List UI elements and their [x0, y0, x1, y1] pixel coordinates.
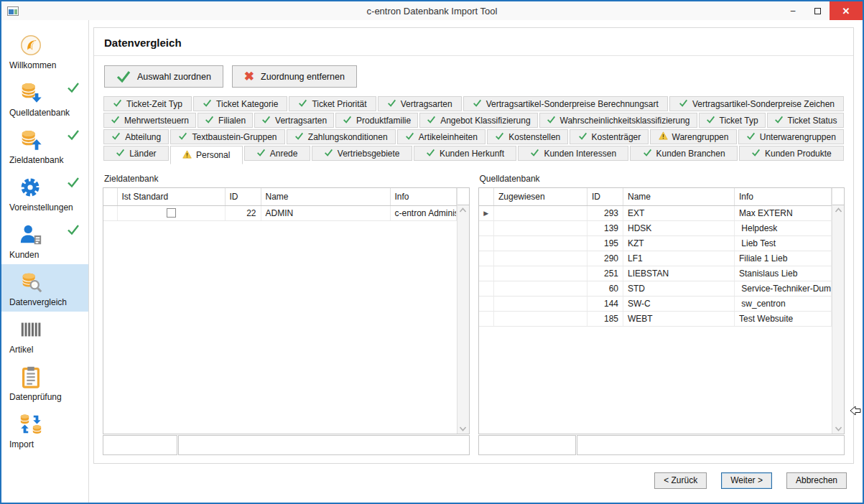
info-cell[interactable]: Test Websuite	[735, 311, 832, 326]
tab-vertragsarten[interactable]: Vertragsarten	[254, 113, 334, 128]
scroll-up-arrow-icon[interactable]	[835, 207, 842, 213]
info-cell[interactable]: Helpdesk	[735, 220, 832, 235]
ist-standard-cell[interactable]	[117, 205, 225, 220]
sidebar-item-quelldatenbank[interactable]: Quelldatenbank	[1, 75, 88, 122]
id-cell[interactable]: 144	[587, 296, 623, 311]
cancel-button[interactable]: Abbrechen	[786, 472, 847, 489]
tab-filialen[interactable]: Filialen	[198, 113, 253, 128]
sidebar-item-datenpruefung[interactable]: Datenprüfung	[1, 359, 88, 406]
zugewiesen-cell[interactable]	[494, 205, 587, 220]
zugewiesen-cell[interactable]	[494, 251, 587, 266]
sidebar-item-artikel[interactable]: Artikel	[1, 312, 88, 359]
zugewiesen-cell[interactable]	[494, 266, 587, 281]
scroll-down-arrow-icon[interactable]	[459, 426, 467, 431]
id-cell[interactable]: 139	[587, 220, 623, 235]
vertical-scrollbar[interactable]	[832, 188, 844, 434]
tab-vertriebsgebiete[interactable]: Vertriebsgebiete	[312, 146, 412, 161]
maximize-button[interactable]	[805, 1, 830, 20]
info-cell[interactable]: Stanislaus Lieb	[735, 266, 832, 281]
vertical-scrollbar[interactable]	[457, 188, 469, 434]
column-header-info[interactable]: Info	[735, 188, 832, 205]
id-cell[interactable]: 251	[587, 266, 623, 281]
tab-kunden-produkte[interactable]: Kunden Produkte	[739, 146, 844, 161]
row-indicator-cell[interactable]	[479, 220, 494, 235]
name-cell[interactable]: SW-C	[623, 296, 735, 311]
row-indicator-cell[interactable]	[103, 205, 117, 220]
id-cell[interactable]: 60	[587, 281, 623, 296]
row-indicator-cell[interactable]	[479, 281, 494, 296]
tab-artikeleinheiten[interactable]: Artikeleinheiten	[397, 129, 486, 144]
row-indicator-cell[interactable]	[479, 296, 494, 311]
zugewiesen-cell[interactable]	[494, 235, 587, 251]
zugewiesen-cell[interactable]	[494, 311, 587, 326]
name-cell[interactable]: STD	[623, 281, 735, 296]
minimize-button[interactable]: –	[781, 1, 805, 20]
column-header-name[interactable]: Name	[623, 188, 735, 205]
tab-vertragsartikel-sonderpreise-berechnungsart[interactable]: Vertragsartikel-Sonderpreise Berechnungs…	[463, 96, 668, 111]
info-cell[interactable]: c-entron Administrator	[390, 205, 456, 220]
table-row[interactable]: 251LIEBSTANStanislaus Lieb	[479, 266, 832, 281]
name-cell[interactable]: EXT	[623, 205, 735, 220]
next-button[interactable]: Weiter >	[721, 472, 772, 489]
name-cell[interactable]: HDSK	[623, 220, 735, 235]
info-cell[interactable]: Max EXTERN	[735, 205, 832, 220]
tab-wahrscheinlichkeitsklassifizierung[interactable]: Wahrscheinlichkeitsklassifizierung	[539, 113, 697, 128]
tab-ticket-status[interactable]: Ticket Status	[767, 113, 845, 128]
table-row[interactable]: 185WEBTTest Websuite	[479, 311, 832, 326]
name-cell[interactable]: KZT	[623, 235, 735, 251]
info-cell[interactable]: Filiale 1 Lieb	[735, 251, 832, 266]
tab-kunden-interessen[interactable]: Kunden Interessen	[518, 146, 628, 161]
info-cell[interactable]: sw_centron	[735, 296, 832, 311]
table-row[interactable]: 22ADMINc-entron Administrator	[103, 205, 456, 220]
tab-ticket-priorit-t[interactable]: Ticket Priorität	[289, 96, 376, 111]
sidebar-item-kunden[interactable]: Kunden	[1, 217, 88, 264]
table-row[interactable]: 290LF1Filiale 1 Lieb	[479, 251, 832, 266]
scroll-down-arrow-icon[interactable]	[835, 426, 842, 431]
sidebar-item-willkommen[interactable]: Willkommen	[1, 27, 88, 75]
tab-kostentr-ger[interactable]: Kostenträger	[570, 129, 649, 144]
id-cell[interactable]: 195	[587, 235, 623, 251]
table-row[interactable]: 195KZT Lieb Test	[479, 235, 832, 251]
column-header-id[interactable]: ID	[587, 188, 623, 205]
name-cell[interactable]: WEBT	[623, 311, 735, 326]
close-button[interactable]: ✕	[830, 1, 863, 20]
info-cell[interactable]: Service-Techniker-Dummy	[735, 281, 832, 296]
table-row[interactable]: 144SW-C sw_centron	[479, 296, 832, 311]
title-bar[interactable]: c-entron Datenbank Import Tool – ✕	[1, 1, 863, 20]
assign-selection-button[interactable]: Auswahl zuordnen	[104, 65, 223, 88]
column-header-name[interactable]: Name	[261, 188, 390, 205]
sidebar-item-datenvergleich[interactable]: Datenvergleich	[1, 264, 88, 312]
id-cell[interactable]: 22	[225, 205, 261, 220]
tab-anrede[interactable]: Anrede	[244, 146, 310, 161]
back-button[interactable]: < Zurück	[654, 472, 707, 489]
tab-unterwarengruppen[interactable]: Unterwarengruppen	[738, 129, 844, 144]
sidebar-item-import[interactable]: Import	[1, 406, 88, 454]
row-indicator-cell[interactable]	[479, 235, 494, 251]
id-cell[interactable]: 290	[587, 251, 623, 266]
tab-l-nder[interactable]: Länder	[103, 146, 169, 161]
table-row[interactable]: 60STD Service-Techniker-Dummy	[479, 281, 832, 296]
tab-zahlungskonditionen[interactable]: Zahlungskonditionen	[287, 129, 396, 144]
table-row[interactable]: ▶293EXTMax EXTERN	[479, 205, 832, 220]
name-cell[interactable]: LF1	[623, 251, 735, 266]
row-indicator-cell[interactable]	[479, 251, 494, 266]
tab-ticket-zeit-typ[interactable]: Ticket-Zeit Typ	[103, 96, 192, 111]
info-cell[interactable]: Lieb Test	[735, 235, 832, 251]
tab-warengruppen[interactable]: Warengruppen	[650, 129, 736, 144]
tab-abteilung[interactable]: Abteilung	[103, 129, 169, 144]
zugewiesen-cell[interactable]	[494, 220, 587, 235]
column-header-id[interactable]: ID	[225, 188, 261, 205]
scroll-up-arrow-icon[interactable]	[459, 207, 467, 213]
sidebar-item-zieldatenbank[interactable]: Zieldatenbank	[1, 122, 88, 169]
tab-ticket-kategorie[interactable]: Ticket Kategorie	[193, 96, 287, 111]
row-indicator-cell[interactable]	[479, 311, 494, 326]
zugewiesen-cell[interactable]	[494, 296, 587, 311]
column-header-ist-standard[interactable]: Ist Standard	[117, 188, 225, 205]
id-cell[interactable]: 293	[587, 205, 623, 220]
column-header-zugewiesen[interactable]: Zugewiesen	[494, 188, 587, 205]
id-cell[interactable]: 185	[587, 311, 623, 326]
name-cell[interactable]: ADMIN	[261, 205, 390, 220]
zugewiesen-cell[interactable]	[494, 281, 587, 296]
ist-standard-checkbox[interactable]	[167, 208, 176, 218]
sidebar-item-voreinstellungen[interactable]: Voreinstellungen	[1, 169, 88, 217]
